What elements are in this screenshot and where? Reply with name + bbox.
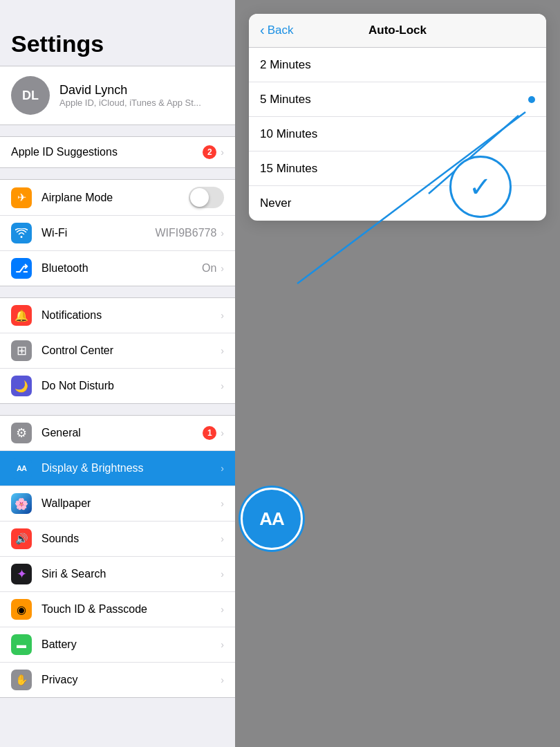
bluetooth-value: On — [202, 262, 216, 275]
privacy-chevron-icon: › — [221, 674, 224, 685]
sounds-icon: 🔊 — [11, 528, 32, 549]
siri-chevron-icon: › — [221, 569, 224, 580]
apple-id-badge: 2 — [203, 145, 216, 159]
apple-id-suggestions-row[interactable]: Apple ID Suggestions 2 › — [0, 136, 235, 168]
wallpaper-label: Wallpaper — [41, 497, 221, 510]
apple-id-right: 2 › — [203, 145, 224, 159]
back-chevron-icon: ‹ — [260, 23, 265, 37]
profile-subtitle: Apple ID, iCloud, iTunes & App St... — [59, 98, 224, 108]
autolock-selected-dot — [528, 96, 535, 103]
notifications-label: Notifications — [41, 309, 221, 322]
bluetooth-label: Bluetooth — [41, 262, 202, 275]
autolock-option-2min[interactable]: 2 Minutes — [249, 48, 546, 82]
airplane-mode-row[interactable]: ✈ Airplane Mode — [0, 180, 235, 216]
autolock-5min-label: 5 Minutes — [260, 93, 311, 107]
display-brightness-label: Display & Brightness — [41, 462, 221, 474]
notifications-chevron-icon: › — [221, 310, 224, 321]
general-row[interactable]: ⚙ General 1 › — [0, 416, 235, 451]
autolock-title: Auto-Lock — [368, 24, 427, 37]
sounds-row[interactable]: 🔊 Sounds › — [0, 522, 235, 557]
status-bar — [0, 0, 235, 17]
siri-search-label: Siri & Search — [41, 568, 221, 580]
wifi-icon — [11, 223, 32, 243]
display-brightness-annotation-circle: AA — [241, 488, 303, 550]
control-center-icon: ⊞ — [11, 340, 32, 361]
system-group: 🔔 Notifications › ⊞ Control Center › 🌙 D… — [0, 297, 235, 404]
checkmark-annotation-circle: ✓ — [449, 156, 512, 218]
settings-header: Settings — [0, 17, 235, 66]
touch-id-chevron-icon: › — [221, 604, 224, 615]
autolock-header: ‹ Back Auto-Lock — [249, 14, 546, 48]
checkmark-icon: ✓ — [469, 173, 492, 201]
touch-id-label: Touch ID & Passcode — [41, 603, 221, 616]
do-not-disturb-row[interactable]: 🌙 Do Not Disturb › — [0, 369, 235, 403]
do-not-disturb-label: Do Not Disturb — [41, 380, 221, 392]
back-label: Back — [268, 24, 294, 37]
touch-id-icon: ◉ — [11, 599, 32, 620]
settings-title: Settings — [11, 30, 224, 57]
general-chevron-icon: › — [221, 427, 224, 439]
airplane-icon: ✈ — [11, 187, 32, 208]
notifications-icon: 🔔 — [11, 305, 32, 326]
control-center-row[interactable]: ⊞ Control Center › — [0, 333, 235, 369]
airplane-toggle[interactable] — [189, 187, 224, 208]
profile-info: David Lynch Apple ID, iCloud, iTunes & A… — [59, 83, 224, 108]
general-icon: ⚙ — [11, 423, 32, 443]
apple-id-label: Apple ID Suggestions — [11, 146, 118, 158]
wifi-chevron-icon: › — [221, 228, 224, 239]
connectivity-group: ✈ Airplane Mode Wi-Fi WIFI9B6778 › ⎇ Blu… — [0, 179, 235, 286]
privacy-icon: ✋ — [11, 670, 32, 690]
bluetooth-row[interactable]: ⎇ Bluetooth On › — [0, 251, 235, 286]
do-not-disturb-chevron-icon: › — [221, 380, 224, 391]
autolock-never-label: Never — [260, 196, 291, 210]
control-center-chevron-icon: › — [221, 345, 224, 356]
bluetooth-icon: ⎇ — [11, 258, 32, 279]
wallpaper-row[interactable]: 🌸 Wallpaper › — [0, 486, 235, 522]
back-button[interactable]: ‹ Back — [260, 24, 293, 37]
siri-search-row[interactable]: ✦ Siri & Search › — [0, 557, 235, 592]
display-brightness-row[interactable]: AA Display & Brightness › — [0, 451, 235, 486]
autolock-2min-label: 2 Minutes — [260, 58, 311, 72]
settings-panel: Settings DL David Lynch Apple ID, iCloud… — [0, 0, 235, 747]
autolock-option-10min[interactable]: 10 Minutes — [249, 117, 546, 151]
general-badge: 1 — [203, 426, 216, 440]
wallpaper-icon: 🌸 — [11, 493, 32, 514]
wifi-label: Wi-Fi — [41, 227, 155, 239]
bluetooth-chevron-icon: › — [221, 263, 224, 274]
battery-chevron-icon: › — [221, 639, 224, 650]
sounds-label: Sounds — [41, 533, 221, 545]
profile-name: David Lynch — [59, 83, 224, 98]
battery-label: Battery — [41, 638, 221, 651]
personalization-group: ⚙ General 1 › AA Display & Brightness › … — [0, 415, 235, 698]
autolock-15min-label: 15 Minutes — [260, 162, 317, 176]
airplane-mode-label: Airplane Mode — [41, 192, 189, 204]
touch-id-row[interactable]: ◉ Touch ID & Passcode › — [0, 592, 235, 627]
display-brightness-icon: AA — [11, 458, 32, 479]
privacy-row[interactable]: ✋ Privacy › — [0, 663, 235, 697]
wifi-value: WIFI9B6778 — [155, 227, 216, 239]
wallpaper-chevron-icon: › — [221, 498, 224, 509]
autolock-panel: ‹ Back Auto-Lock 2 Minutes 5 Minutes 10 … — [235, 0, 560, 747]
general-label: General — [41, 427, 203, 439]
profile-section[interactable]: DL David Lynch Apple ID, iCloud, iTunes … — [0, 66, 235, 125]
avatar: DL — [11, 76, 50, 115]
battery-icon: ▬ — [11, 634, 32, 655]
siri-icon: ✦ — [11, 564, 32, 584]
do-not-disturb-icon: 🌙 — [11, 376, 32, 396]
battery-row[interactable]: ▬ Battery › — [0, 627, 235, 663]
notifications-row[interactable]: 🔔 Notifications › — [0, 298, 235, 333]
sounds-chevron-icon: › — [221, 533, 224, 544]
chevron-right-icon: › — [221, 147, 224, 158]
display-brightness-chevron-icon: › — [221, 463, 224, 474]
wifi-row[interactable]: Wi-Fi WIFI9B6778 › — [0, 216, 235, 251]
aa-circle-label: AA — [259, 508, 284, 530]
autolock-option-5min[interactable]: 5 Minutes — [249, 82, 546, 117]
control-center-label: Control Center — [41, 344, 221, 357]
autolock-10min-label: 10 Minutes — [260, 127, 317, 141]
privacy-label: Privacy — [41, 674, 221, 686]
